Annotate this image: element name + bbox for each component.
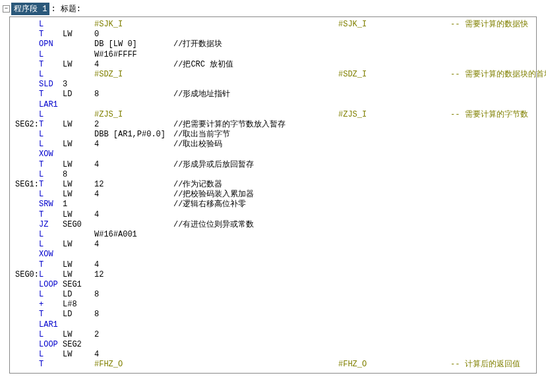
operand-2: 4 (94, 210, 173, 220)
operand-2: 4 (94, 140, 173, 150)
code-line: LW#16#A001 (15, 230, 531, 240)
operand-2: 8 (94, 90, 173, 99)
code-line: LOOPSEG1 (15, 280, 531, 290)
ref-variable: #FHZ_O (338, 360, 367, 370)
code-line: OPNDB [LW 0]//打开数据块 (15, 40, 531, 49)
code-line: JZSEG0//有进位位则异或常数 (15, 220, 531, 230)
opcode: LOOP (39, 340, 63, 350)
operand-2: 4 (94, 60, 173, 70)
line-label: SEG1: (15, 180, 39, 190)
opcode: T (39, 180, 63, 190)
opcode: SRW (39, 200, 63, 210)
operand-1: LW (63, 180, 94, 190)
opcode: L (39, 270, 63, 280)
code-line: SLD3 (15, 80, 531, 90)
opcode: L (39, 190, 63, 200)
operand-1: LW (63, 330, 94, 340)
opcode: T (39, 360, 63, 370)
code-line: TLW4 (15, 260, 531, 270)
code-line: LLW4 (15, 350, 531, 360)
operand-1: LW (63, 260, 94, 270)
opcode: T (39, 260, 63, 270)
ref-comment: -- 需要计算的数据快 (450, 20, 528, 30)
code-listing: L#SJK_I#SJK_I-- 需要计算的数据快TLW0OPNDB [LW 0]… (9, 16, 537, 374)
operand-2: W#16#FFFF (94, 50, 173, 60)
operand-1: LD (63, 290, 94, 300)
operand-1: LW (63, 30, 94, 40)
code-line: LLW4 (15, 240, 531, 250)
operand-2: 4 (94, 240, 173, 250)
operand-2: DB [LW 0] (94, 40, 173, 49)
code-line: TLD8//形成地址指针 (15, 90, 531, 99)
operand-1: LW (63, 160, 94, 170)
opcode: L (39, 350, 63, 360)
code-line: SEG0:LLW12 (15, 270, 531, 280)
operand-2: 4 (94, 260, 173, 270)
operand-2: 2 (94, 330, 173, 340)
inline-comment: //形成地址指针 (173, 90, 230, 99)
opcode: T (39, 60, 63, 70)
segment-title: : 标题: (51, 3, 81, 14)
code-line: LAR1 (15, 100, 531, 110)
inline-comment: //把CRC 放初值 (173, 60, 233, 70)
code-line: LDBB [AR1,P#0.0]//取出当前字节 (15, 130, 531, 140)
opcode: L (39, 170, 63, 180)
collapse-icon[interactable]: − (3, 5, 10, 13)
operand-1: LD (63, 90, 94, 99)
operand-2: 8 (94, 310, 173, 320)
operand-2: 4 (94, 160, 173, 170)
opcode: SLD (39, 80, 63, 90)
inline-comment: //把需要计算的字节数放入暂存 (173, 120, 286, 130)
operand-1: LW (63, 240, 94, 250)
ref-comment: -- 计算后的返回值 (450, 360, 520, 370)
opcode: L (39, 50, 63, 60)
opcode: L (39, 290, 63, 300)
code-line: SEG1:TLW12//作为记数器 (15, 180, 531, 190)
opcode: L (39, 330, 63, 340)
inline-comment: //有进位位则异或常数 (173, 220, 254, 230)
ref-variable: #SJK_I (338, 20, 367, 30)
segment-name[interactable]: 程序段 1 (11, 3, 49, 15)
inline-comment: //取出校验码 (173, 140, 222, 150)
opcode: LAR1 (39, 100, 63, 110)
opcode: OPN (39, 40, 63, 49)
segment-header: − 程序段 1 : 标题: (3, 3, 543, 15)
operand-2: DBB [AR1,P#0.0] (94, 130, 173, 140)
opcode: T (39, 210, 63, 220)
inline-comment: //打开数据块 (173, 40, 222, 49)
code-line: SRW1//逻辑右移高位补零 (15, 200, 531, 210)
code-line: LLW2 (15, 330, 531, 340)
opcode: LOOP (39, 280, 63, 290)
operand-1: 8 (63, 170, 94, 180)
operand-1: LW (63, 190, 94, 200)
ref-comment: -- 需要计算的字节数 (450, 110, 528, 120)
opcode: L (39, 110, 63, 120)
line-label: SEG2: (15, 120, 39, 130)
operand-1: LW (63, 210, 94, 220)
operand-1: LW (63, 120, 94, 130)
operand-2: 8 (94, 290, 173, 300)
code-line: XOW (15, 150, 531, 159)
opcode: XOW (39, 250, 63, 260)
operand-2: 4 (94, 190, 173, 200)
opcode: L (39, 130, 63, 140)
operand-2: 12 (94, 180, 173, 190)
opcode: JZ (39, 220, 63, 230)
opcode: L (39, 240, 63, 250)
operand-1: 1 (63, 200, 94, 210)
opcode: L (39, 230, 63, 240)
operand-2: W#16#A001 (94, 230, 173, 240)
operand-1: L#8 (63, 300, 94, 310)
operand-2: #ZJS_I (94, 110, 173, 120)
operand-1: 3 (63, 80, 94, 90)
code-line: LLW4//取出校验码 (15, 140, 531, 150)
operand-1: SEG0 (63, 220, 94, 230)
opcode: + (39, 300, 63, 310)
code-line: +L#8 (15, 300, 531, 310)
line-label: SEG0: (15, 270, 39, 280)
opcode: T (39, 120, 63, 130)
code-line: TLW4//形成异或后放回暂存 (15, 160, 531, 170)
ref-variable: #SDZ_I (338, 70, 367, 80)
code-line: LW#16#FFFF (15, 50, 531, 60)
code-line: LAR1 (15, 320, 531, 330)
